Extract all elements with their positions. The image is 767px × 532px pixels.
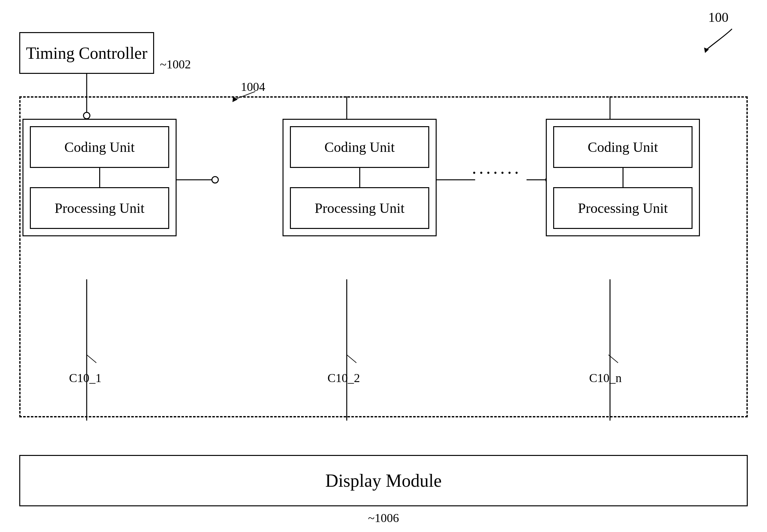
coding-unit-3-label: Coding Unit (588, 139, 658, 155)
ref-1006: ~1006 (368, 511, 399, 525)
timing-controller-box: Timing Controller (19, 32, 154, 74)
svg-line-23 (87, 355, 96, 363)
coding-unit-3-box: Coding Unit (553, 126, 693, 168)
column-3-outer-box: Coding Unit Processing Unit (546, 119, 700, 236)
coding-unit-2-label: Coding Unit (325, 139, 395, 155)
col1-inner-vert-line (99, 168, 100, 187)
svg-marker-0 (704, 48, 709, 53)
ref-100-label: 100 (708, 10, 728, 25)
processing-unit-1-box: Processing Unit (30, 187, 169, 229)
display-module-box: Display Module (19, 455, 748, 506)
timing-controller-label: Timing Controller (26, 44, 147, 63)
column-2-outer-box: Coding Unit Processing Unit (283, 119, 437, 236)
coding-unit-1-box: Coding Unit (30, 126, 169, 168)
processing-unit-3-label: Processing Unit (578, 200, 668, 216)
processing-unit-2-label: Processing Unit (315, 200, 405, 216)
ref-1002: ~1002 (160, 57, 191, 71)
processing-unit-3-box: Processing Unit (553, 187, 693, 229)
ref-1004-label: 1004 (241, 80, 265, 94)
display-module-label: Display Module (325, 470, 441, 491)
svg-line-24 (347, 355, 356, 363)
column-1-outer-box: Coding Unit Processing Unit (22, 119, 177, 236)
coding-unit-1-label: Coding Unit (65, 139, 135, 155)
col3-inner-vert-line (623, 168, 623, 187)
processing-unit-1-label: Processing Unit (55, 200, 144, 216)
col2-inner-vert-line (359, 168, 360, 187)
coding-unit-2-box: Coding Unit (290, 126, 429, 168)
processing-unit-2-box: Processing Unit (290, 187, 429, 229)
svg-line-25 (608, 355, 618, 363)
ellipsis-label: ....... (472, 157, 521, 178)
